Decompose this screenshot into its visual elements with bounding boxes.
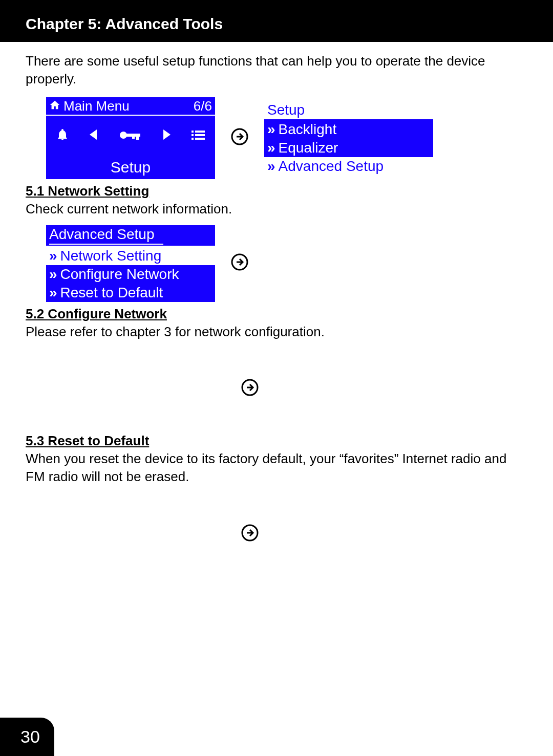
chevron-right-icon: » (267, 158, 272, 175)
section-5-1-body: Check current network information. (26, 200, 527, 218)
svg-rect-8 (192, 138, 194, 140)
row-5-2-arrow (46, 348, 527, 430)
advanced-setup-item: » Configure Network (46, 265, 215, 284)
section-5-1-heading: 5.1 Network Setting (26, 183, 527, 199)
advanced-setup-head: Advanced Setup (46, 225, 215, 247)
svg-rect-4 (192, 131, 194, 133)
next-icon (161, 128, 172, 144)
setup-list-item: » Equalizer (264, 139, 433, 157)
chevron-right-icon: » (267, 121, 272, 138)
setup-list-item-label: Advanced Setup (279, 158, 384, 175)
svg-rect-3 (132, 134, 135, 139)
chevron-right-icon: » (49, 248, 54, 264)
advanced-setup-head-label: Advanced Setup (49, 226, 155, 242)
setup-list-item-label: Equalizer (279, 140, 338, 156)
main-menu-screen: Main Menu 6/6 (46, 97, 215, 179)
arrow-right-icon (230, 253, 249, 274)
svg-rect-7 (195, 134, 205, 136)
chevron-right-icon: » (49, 285, 54, 301)
section-5-2-heading: 5.2 Configure Network (26, 306, 527, 322)
chapter-header: Chapter 5: Advanced Tools (0, 0, 553, 42)
main-menu-titlebar: Main Menu 6/6 (46, 97, 215, 116)
arrow-right-icon (230, 127, 249, 149)
svg-rect-6 (192, 134, 194, 136)
advanced-setup-item: » Reset to Default (46, 284, 215, 302)
advanced-setup-item-selected: » Network Setting (46, 247, 215, 265)
page-number: 30 (0, 718, 54, 756)
advanced-setup-screen: Advanced Setup » Network Setting » Confi… (46, 225, 215, 302)
key-icon (119, 128, 141, 144)
chevron-right-icon: » (49, 266, 54, 283)
page-number-text: 30 (20, 727, 40, 746)
section-5-3-body: When you reset the device to its factory… (26, 450, 527, 486)
setup-list-item-selected: » Advanced Setup (264, 157, 433, 176)
chapter-title: Chapter 5: Advanced Tools (26, 15, 223, 32)
list-icon (192, 128, 205, 144)
prev-icon (89, 128, 99, 144)
section-5-2-body: Please refer to chapter 3 for network co… (26, 323, 527, 341)
svg-point-0 (120, 132, 127, 139)
row-advanced-setup: Advanced Setup » Network Setting » Confi… (46, 225, 527, 302)
advanced-setup-item-label: Network Setting (60, 248, 162, 264)
advanced-setup-item-label: Configure Network (60, 266, 179, 283)
setup-list-screen: Setup » Backlight » Equalizer » Advanced… (264, 101, 433, 176)
arrow-right-icon (241, 378, 259, 400)
main-menu-iconrow (46, 116, 215, 157)
row-5-3-arrow (46, 493, 527, 575)
setup-list-item: » Backlight (264, 120, 433, 139)
main-menu-footer: Setup (46, 157, 215, 179)
bell-icon (56, 128, 69, 145)
advanced-setup-item-label: Reset to Default (60, 285, 163, 301)
arrow-right-icon (241, 524, 259, 545)
svg-rect-2 (136, 134, 139, 140)
section-5-3-heading: 5.3 Reset to Default (26, 433, 527, 449)
setup-list-item-label: Backlight (279, 121, 337, 138)
intro-text: There are some useful setup functions th… (26, 52, 527, 88)
row-main-to-setup: Main Menu 6/6 (46, 97, 527, 179)
page-content: There are some useful setup functions th… (0, 42, 553, 575)
main-menu-counter: 6/6 (194, 98, 212, 114)
main-menu-title: Main Menu (63, 98, 130, 114)
chevron-right-icon: » (267, 140, 272, 156)
svg-rect-9 (195, 138, 205, 140)
svg-rect-5 (195, 131, 205, 133)
setup-list-head: Setup (264, 101, 433, 120)
home-icon (49, 98, 60, 114)
